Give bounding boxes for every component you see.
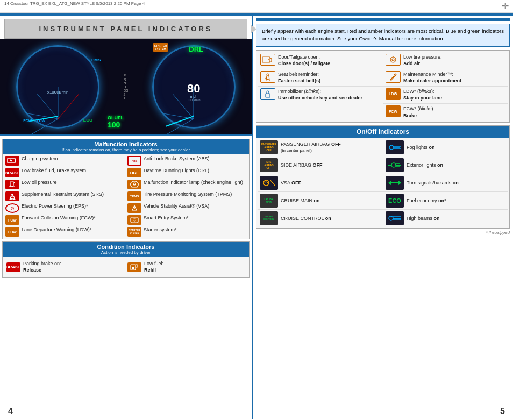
tpms-label: TPMS [89, 58, 101, 62]
smart-icon [127, 215, 141, 225]
right-panel: Briefly appear with each engine start. R… [253, 16, 513, 419]
eps-label: Electric Power Steering (EPS)* [22, 203, 88, 210]
ldw-label: Lane Departure Warning (LDW)* [22, 227, 91, 233]
right-top-bar [256, 18, 510, 21]
svg-point-5 [11, 194, 13, 196]
mil-label: Malfunction indicator lamp (check engine… [144, 180, 243, 186]
tire-pressure-icon [386, 54, 401, 66]
left-panel: INSTRUMENT PANEL INDICATORS x10 [0, 16, 253, 419]
condition-subtitle: Action is needed by driver [6, 250, 246, 255]
indicator-item: ABS Anti-Lock Brake System (ABS) [126, 155, 248, 167]
charging-label: Charging system [22, 156, 58, 162]
on-off-grid: PASSENGERAIRBAGOFF PASSENGER AIRBAG OFF(… [256, 138, 509, 228]
svg-marker-2 [9, 159, 12, 162]
info-item-maintenance: Maintenance Minder™:Make dealer appointm… [383, 69, 508, 87]
turn-signals-icon [386, 176, 404, 190]
tpms-small-icon: TPMS [127, 191, 141, 201]
tachometer-gauge: x1000r/min FCW LDW ECO [16, 45, 99, 129]
svg-point-16 [392, 59, 394, 61]
brake-condition-label: Parking brake on:Release [23, 261, 61, 273]
svg-rect-18 [266, 94, 270, 97]
tire-pressure-text: Low tire pressure:Add air [403, 54, 442, 67]
on-off-item-exterior: Exterior lights on [383, 156, 508, 174]
brake-label: Low brake fluid, Brake system [22, 168, 86, 174]
info-indicators-grid: Door/Tailgate open:Close door(s) / tailg… [256, 50, 510, 123]
vsa-off-icon [260, 176, 278, 190]
malfunction-title: Malfunction Indicators [6, 141, 246, 147]
high-beams-icon [386, 211, 404, 225]
fog-text: Fog lights on [407, 145, 435, 150]
indicator-item: STARTERSYSTEM Starter system* [126, 226, 248, 238]
condition-title: Condition Indicators [6, 244, 246, 250]
cruise-control-text: CRUISE CONTROL on [281, 216, 331, 221]
immobilizer-text: Immobilizer (blinks):Use other vehicle k… [278, 88, 362, 102]
info-item-fcw: FCW FCW* (blinks):Brake [383, 103, 508, 120]
page-num-left: 4 [8, 407, 13, 416]
svg-point-15 [390, 57, 396, 62]
instrument-title-text: INSTRUMENT PANEL INDICATORS [39, 25, 213, 33]
malfunction-section: Malfunction Indicators If an indicator r… [2, 139, 250, 239]
svg-line-29 [270, 180, 275, 186]
vsa-label: Vehicle Stability Assist® (VSA) [144, 203, 209, 210]
brake-condition-icon: BRAKE [6, 262, 20, 272]
svg-point-10 [134, 221, 135, 222]
starter-small-icon: STARTERSYSTEM [127, 227, 141, 237]
drl-label-text: Daytime Running Lights (DRL) [144, 168, 209, 174]
on-off-item-vsa: VSA OFF [258, 174, 383, 192]
tpms-label-text: Tire Pressure Monitoring System (TPMS) [144, 191, 232, 198]
srs-icon [5, 191, 19, 201]
fuel-economy-icon: ECO [386, 194, 404, 208]
indicator-item: Low oil pressure [4, 179, 126, 190]
starter-indicator: STARTERSYSTEM [153, 43, 168, 52]
brake-icon: BRAKE [5, 168, 19, 177]
passenger-airbag-icon: PASSENGERAIRBAGOFF [260, 140, 278, 154]
indicator-item: Vehicle Stability Assist® (VSA) [126, 202, 248, 214]
indicator-item: TPMS Tire Pressure Monitoring System (TP… [126, 190, 248, 202]
ldw-small-icon: LDW [5, 227, 19, 237]
info-item-ldw: LDW LDW* (blinks):Stay in your lane [383, 87, 508, 103]
header-text: 14 Crosstour TRG_EX EXL_ATG_NEW STYLE 9/… [4, 1, 145, 11]
indicator-item: Smart Entry System* [126, 214, 248, 226]
vsa-icon [127, 203, 141, 213]
title-arrow [251, 25, 256, 33]
cruise-main-text: CRUISE MAIN on [281, 198, 320, 203]
seatbelt-text: Seat belt reminder:Fasten seat belt(s) [278, 71, 320, 84]
fcw-info-icon: FCW [386, 105, 401, 117]
on-off-item-fog: Fog lights on [383, 139, 508, 156]
indicator-item: BRAKE Low brake fluid, Brake system [4, 167, 126, 179]
on-off-item-eco: ECO Fuel economy on° [383, 192, 508, 210]
indicator-item: FCW Forward Collision Warning (FCW)* [4, 214, 126, 226]
info-item-tire: Low tire pressure:Add air [383, 52, 508, 69]
fuel-condition-icon [127, 262, 141, 272]
condition-header: Condition Indicators Action is needed by… [3, 242, 249, 257]
indicator-item: DRL Daytime Running Lights (DRL) [126, 167, 248, 179]
maintenance-icon [386, 71, 401, 83]
srs-label: Supplemental Restraint System (SRS) [22, 191, 104, 198]
condition-section: Condition Indicators Action is needed by… [2, 241, 250, 278]
on-off-section: On/Off Indicators PASSENGERAIRBAGOFF PAS… [256, 125, 510, 229]
svg-rect-12 [132, 267, 134, 269]
info-item-immobilizer: Immobilizer (blinks):Use other vehicle k… [258, 87, 383, 103]
on-off-item-cruise-main: CRUISEMAIN CRUISE MAIN on [258, 192, 383, 210]
fcw-label: Forward Collision Warning (FCW)* [22, 215, 96, 222]
vsa-text: VSA OFF [281, 180, 301, 186]
condition-grid: BRAKE Parking brake on:Release Low fuel:… [3, 257, 249, 277]
indicator-item: (!) Electric Power Steering (EPS)* [4, 202, 126, 214]
cruise-control-icon: CRUISECONTROL [260, 211, 278, 225]
svg-point-28 [263, 180, 269, 186]
header-compass: ✛ [502, 1, 509, 11]
charging-icon [5, 156, 19, 166]
on-off-item-passenger-airbag: PASSENGERAIRBAGOFF PASSENGER AIRBAG OFF(… [258, 139, 383, 156]
side-airbag-text: SIDE AIRBAG OFF [281, 162, 323, 168]
on-off-item-turn: Turn signals/hazards on [383, 174, 508, 192]
svg-marker-31 [395, 180, 401, 186]
exterior-text: Exterior lights on [407, 162, 443, 168]
indicator-item: Supplemental Restraint System (SRS) [4, 190, 126, 202]
passenger-airbag-text: PASSENGER AIRBAG OFF(in center panel) [281, 141, 341, 154]
cruise-main-icon: CRUISEMAIN [260, 194, 278, 208]
svg-marker-30 [388, 180, 395, 186]
svg-point-14 [268, 59, 269, 60]
svg-point-32 [389, 216, 393, 220]
on-off-header: On/Off Indicators [256, 126, 509, 138]
door-icon [260, 54, 275, 66]
